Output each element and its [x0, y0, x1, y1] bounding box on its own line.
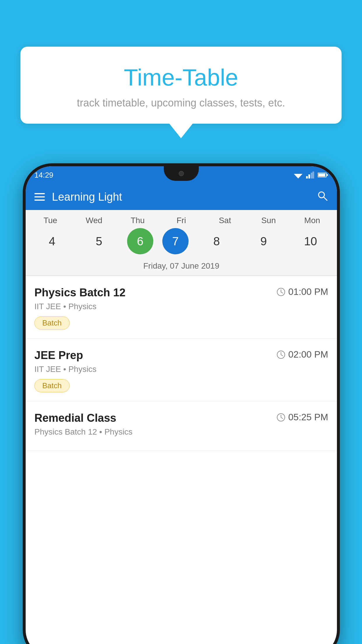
header-left: Learning Light [34, 191, 122, 203]
calendar-strip: Tue Wed Thu Fri Sat Sun Mon 4 5 6 7 8 9 … [26, 210, 337, 275]
schedule-item-title-1: Physics Batch 12 [34, 286, 126, 299]
bubble-title: Time-Table [38, 64, 324, 91]
svg-rect-6 [312, 172, 314, 178]
schedule-item-physics-batch[interactable]: Physics Batch 12 01:00 PM IIT JEE • Phys… [26, 276, 337, 339]
day-7-selected[interactable]: 7 [162, 228, 189, 254]
day-labels: Tue Wed Thu Fri Sat Sun Mon [26, 216, 337, 225]
schedule-item-jee-prep[interactable]: JEE Prep 02:00 PM IIT JEE • Physics Batc… [26, 339, 337, 401]
day-label-wed: Wed [75, 216, 113, 225]
clock-icon-1 [277, 288, 285, 296]
svg-line-17 [281, 355, 283, 356]
status-bar: 14:29 [26, 166, 337, 184]
day-label-sat: Sat [206, 216, 244, 225]
svg-line-20 [281, 417, 283, 419]
schedule-item-header-1: Physics Batch 12 01:00 PM [34, 286, 328, 299]
day-label-tue: Tue [31, 216, 69, 225]
hamburger-menu-button[interactable] [34, 193, 45, 201]
batch-badge-2: Batch [34, 379, 70, 392]
day-4[interactable]: 4 [33, 228, 71, 254]
speech-bubble-card: Time-Table track timetable, upcoming cla… [20, 47, 342, 124]
schedule-list: Physics Batch 12 01:00 PM IIT JEE • Phys… [26, 276, 337, 451]
schedule-item-time-3: 05:25 PM [277, 412, 328, 423]
schedule-item-remedial[interactable]: Remedial Class 05:25 PM Physics Batch 12… [26, 401, 337, 451]
schedule-item-header-3: Remedial Class 05:25 PM [34, 412, 328, 424]
day-numbers: 4 5 6 7 8 9 10 [26, 225, 337, 259]
day-10[interactable]: 10 [291, 228, 329, 254]
notch [164, 166, 199, 181]
phone-frame: 14:29 [23, 163, 340, 644]
bubble-subtitle: track timetable, upcoming classes, tests… [38, 97, 324, 109]
clock-icon-3 [277, 413, 285, 422]
svg-rect-9 [327, 174, 328, 176]
day-label-mon: Mon [293, 216, 331, 225]
day-6-today[interactable]: 6 [127, 228, 153, 254]
status-time: 14:29 [34, 171, 53, 180]
signal-icon [306, 172, 314, 178]
schedule-item-subtitle-1: IIT JEE • Physics [34, 302, 328, 311]
wifi-icon [294, 172, 303, 178]
camera [179, 171, 184, 176]
selected-date-label: Friday, 07 June 2019 [26, 259, 337, 275]
schedule-item-subtitle-3: Physics Batch 12 • Physics [34, 427, 328, 437]
schedule-item-header-2: JEE Prep 02:00 PM [34, 349, 328, 362]
day-label-sun: Sun [249, 216, 287, 225]
clock-icon-2 [277, 350, 285, 359]
phone-screen: 14:29 [26, 166, 337, 644]
status-icons [294, 172, 328, 178]
batch-badge-1: Batch [34, 316, 70, 330]
day-label-fri: Fri [162, 216, 200, 225]
schedule-item-title-2: JEE Prep [34, 349, 83, 362]
search-button[interactable] [317, 190, 328, 204]
day-label-thu: Thu [119, 216, 157, 225]
svg-rect-4 [308, 174, 310, 178]
schedule-item-time-1: 01:00 PM [277, 286, 328, 297]
svg-rect-8 [318, 174, 325, 176]
day-9[interactable]: 9 [245, 228, 282, 254]
schedule-item-time-2: 02:00 PM [277, 349, 328, 360]
bubble-arrow [169, 124, 193, 138]
schedule-item-subtitle-2: IIT JEE • Physics [34, 365, 328, 374]
day-5[interactable]: 5 [80, 228, 118, 254]
app-header: Learning Light [26, 184, 337, 210]
schedule-item-title-3: Remedial Class [34, 412, 116, 424]
battery-icon [318, 172, 328, 178]
app-title: Learning Light [52, 191, 122, 203]
svg-rect-3 [306, 176, 308, 178]
svg-line-11 [324, 197, 327, 200]
day-8[interactable]: 8 [198, 228, 236, 254]
speech-bubble-section: Time-Table track timetable, upcoming cla… [20, 47, 342, 138]
svg-line-14 [281, 292, 283, 293]
svg-rect-5 [311, 173, 312, 178]
